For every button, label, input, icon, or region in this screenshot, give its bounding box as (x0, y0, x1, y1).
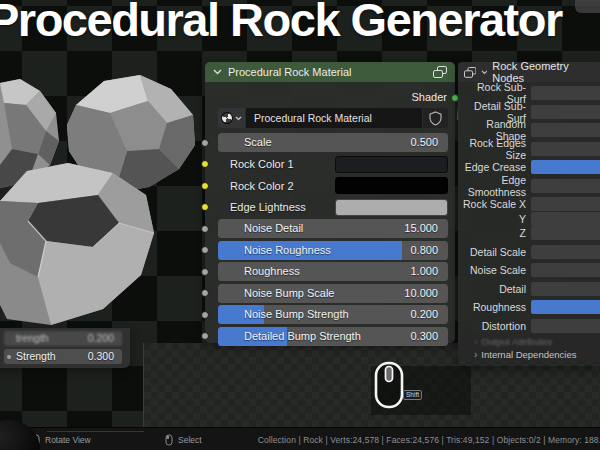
geo-param-rock-scale-y[interactable]: Y (458, 212, 600, 226)
param-label: Detailed Bump Strength (244, 327, 361, 346)
value-field[interactable] (531, 160, 600, 174)
section-output-attributes[interactable]: ›Output Attributes (458, 335, 600, 348)
value-field[interactable] (531, 197, 600, 211)
color-swatch[interactable] (335, 199, 448, 216)
page-title-wrap: Procedural Rock Generator (0, 0, 600, 52)
value-field[interactable] (531, 300, 600, 314)
corner-param-strength[interactable]: Strength0.300 (4, 349, 122, 364)
value-field[interactable] (531, 179, 600, 193)
hint-rotate-view: Rotate View (32, 434, 91, 446)
param-label: Scale (244, 133, 272, 152)
input-socket[interactable] (201, 139, 209, 147)
param-rock-color-2[interactable]: Rock Color 2 (218, 176, 448, 195)
geometry-panel-header[interactable]: Rock Geometry Nodes (458, 62, 600, 82)
material-node-title: Procedural Rock Material (228, 66, 427, 78)
input-socket[interactable] (201, 160, 209, 168)
value-field[interactable] (531, 226, 600, 240)
geo-param-detail[interactable]: Detail (458, 282, 600, 296)
geo-param-edge-smoothness[interactable]: Edge Smoothness (458, 179, 600, 193)
rock-silhouette (0, 420, 40, 450)
input-socket[interactable] (201, 268, 209, 276)
mouse-icon (372, 360, 408, 412)
material-sphere-icon (219, 110, 234, 125)
value-field[interactable] (531, 86, 600, 100)
chevron-right-icon: › (474, 336, 477, 347)
input-socket[interactable] (201, 289, 209, 297)
geometry-panel-sections: ›Output Attributes ›Internal Dependencie… (458, 333, 600, 362)
geo-param-random-shape[interactable]: Random Shape (458, 123, 600, 137)
param-label: Noise Roughness (244, 241, 331, 260)
value-field[interactable] (531, 123, 600, 137)
color-swatch[interactable] (335, 156, 448, 173)
material-params: Scale0.500 Rock Color 1 Rock Color 2 Edg… (218, 133, 448, 346)
blender-screenshot: Procedural Rock Generator (0, 0, 600, 450)
param-label: Rock Color 1 (230, 158, 294, 170)
material-node-body: Shader Procedural Rock Material Scale0.5… (205, 82, 455, 343)
chevron-down-icon (481, 70, 487, 75)
param-value: 0.300 (410, 327, 438, 346)
geo-param-noise-scale[interactable]: Noise Scale (458, 263, 600, 277)
fake-user-button[interactable] (423, 108, 448, 128)
param-value: 1.000 (410, 262, 438, 281)
chevron-down-icon (235, 116, 242, 121)
divider (47, 431, 144, 432)
corner-ui-fragment (575, 0, 600, 13)
material-node-header[interactable]: Procedural Rock Material (205, 62, 455, 82)
param-roughness[interactable]: Roughness1.000 (218, 262, 448, 281)
page-title: Procedural Rock Generator (0, 0, 562, 46)
value-field[interactable] (531, 319, 600, 333)
material-name-field[interactable]: Procedural Rock Material (246, 108, 422, 128)
param-value: 0.500 (410, 133, 438, 152)
geo-param-distortion[interactable]: Distortion (458, 319, 600, 333)
input-socket[interactable] (201, 246, 209, 254)
geo-param-rock-scale-x[interactable]: Rock Scale X (458, 197, 600, 211)
value-field[interactable] (531, 105, 600, 119)
key-badge: Shift (403, 390, 422, 400)
input-socket[interactable] (201, 203, 209, 211)
param-detailed-bump-strength[interactable]: Detailed Bump Strength0.300 (218, 327, 448, 346)
value-field[interactable] (531, 142, 600, 156)
nodetree-icon (464, 67, 476, 78)
param-scale[interactable]: Scale0.500 (218, 133, 448, 152)
node-icon (433, 66, 447, 78)
input-socket[interactable] (201, 311, 209, 319)
param-label: Roughness (244, 262, 300, 281)
geo-param-detail-sub-surf[interactable]: Detail Sub-Surf (458, 105, 600, 119)
section-internal-dependencies[interactable]: ›Internal Dependencies (458, 348, 600, 361)
shader-output-row: Shader (218, 89, 447, 105)
value-field[interactable] (531, 282, 600, 296)
value-field[interactable] (531, 212, 600, 226)
input-socket[interactable] (201, 332, 209, 340)
geo-param-roughness[interactable]: Roughness (458, 300, 600, 314)
input-socket[interactable] (201, 182, 209, 190)
corner-node: trength0.200 Strength0.300 (0, 328, 130, 368)
input-socket[interactable] (201, 225, 209, 233)
param-edge-lightness[interactable]: Edge Lightness (218, 198, 448, 217)
param-value: 0.800 (410, 241, 438, 260)
param-label: Rock Color 2 (230, 180, 294, 192)
geometry-nodes-panel: Rock Geometry Nodes Rock Sub-Surf Detail… (458, 62, 600, 366)
param-rock-color-1[interactable]: Rock Color 1 (218, 155, 448, 174)
param-noise-roughness[interactable]: Noise Roughness0.800 (218, 241, 448, 260)
param-value: 10.000 (404, 284, 438, 303)
color-swatch[interactable] (335, 177, 448, 194)
material-dropdown-button[interactable] (218, 108, 245, 128)
geo-param-detail-scale[interactable]: Detail Scale (458, 245, 600, 259)
material-node: Procedural Rock Material Shader Procedur… (205, 62, 455, 343)
shield-icon (429, 111, 442, 126)
geo-param-edge-crease[interactable]: Edge Crease (458, 160, 600, 174)
param-label: Noise Bump Scale (244, 284, 335, 303)
geo-param-rock-edges-size[interactable]: Rock Edges Size (458, 142, 600, 156)
value-field[interactable] (531, 245, 600, 259)
param-noise-detail[interactable]: Noise Detail15.000 (218, 219, 448, 238)
geo-param-rock-scale-z[interactable]: Z (458, 226, 600, 240)
geometry-panel-body: Rock Sub-Surf Detail Sub-Surf Random Sha… (458, 82, 600, 333)
param-noise-bump-scale[interactable]: Noise Bump Scale10.000 (218, 284, 448, 303)
corner-param-row[interactable]: trength0.200 (4, 331, 122, 346)
shader-output-label: Shader (412, 91, 447, 103)
scene-stats: Collection | Rock | Verts:24,578 | Faces… (258, 435, 600, 445)
param-noise-bump-strength[interactable]: Noise Bump Strength0.200 (218, 305, 448, 324)
hint-select: Select (165, 434, 202, 446)
value-field[interactable] (531, 263, 600, 277)
geo-param-rock-sub-surf[interactable]: Rock Sub-Surf (458, 86, 600, 100)
